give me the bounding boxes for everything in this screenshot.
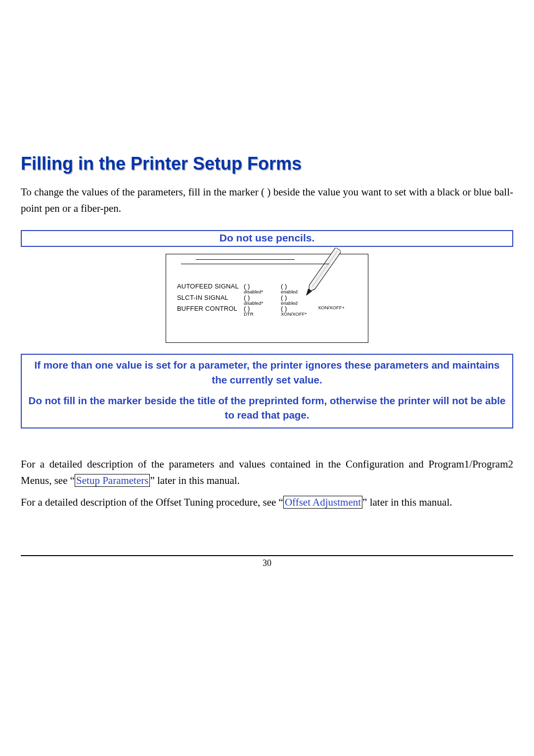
link-offset-adjustment[interactable]: Offset Adjustment: [285, 496, 361, 508]
diagram-rule-lines: [196, 259, 329, 264]
diagram-grid: AUTOFEED SIGNAL ( ) disabled* ( ) enable…: [177, 283, 361, 317]
option-sub: XON/XOFF*: [281, 312, 318, 317]
page-heading: Filling in the Printer Setup Forms: [21, 153, 513, 174]
diagram-row: BUFFER CONTROL ( ) DTR ( ) XON/XOFF* XON…: [177, 305, 361, 317]
text-fragment: ” later in this manual.: [150, 474, 239, 486]
link-setup-parameters[interactable]: Setup Parameters: [76, 474, 148, 486]
text-fragment: ” later in this manual.: [362, 496, 452, 508]
row-label: AUTOFEED SIGNAL: [177, 283, 244, 294]
paragraph-offset-adjustment: For a detailed description of the Offset…: [21, 494, 513, 511]
paragraph-setup-params: For a detailed description of the parame…: [21, 456, 513, 488]
footer-rule: [21, 555, 513, 556]
page-number: 30: [21, 558, 513, 568]
callout-pencils: Do not use pencils.: [21, 230, 513, 247]
text-fragment: For a detailed description of the Offset…: [21, 496, 283, 508]
setup-form-diagram: AUTOFEED SIGNAL ( ) disabled* ( ) enable…: [166, 254, 368, 343]
callout-line-2: Do not fill in the marker beside the tit…: [27, 393, 507, 423]
marker-cell: ( ): [244, 294, 281, 301]
callout-warnings: If more than one value is set for a para…: [21, 354, 513, 428]
diagram-container: AUTOFEED SIGNAL ( ) disabled* ( ) enable…: [21, 254, 513, 343]
marker-cell: ( ): [281, 294, 318, 301]
option-sub: XON/XOFF+: [318, 305, 355, 310]
callout-line-1: If more than one value is set for a para…: [27, 358, 507, 387]
row-label: SLCT-IN SIGNAL: [177, 294, 244, 306]
row-label: BUFFER CONTROL: [177, 305, 244, 317]
diagram-row: AUTOFEED SIGNAL ( ) disabled* ( ) enable…: [177, 283, 361, 294]
option-sub: DTR: [244, 312, 281, 317]
svg-line-1: [312, 250, 338, 287]
intro-paragraph: To change the values of the parameters, …: [21, 184, 513, 216]
diagram-row: SLCT-IN SIGNAL ( ) disabled* ( ) enabled: [177, 294, 361, 306]
